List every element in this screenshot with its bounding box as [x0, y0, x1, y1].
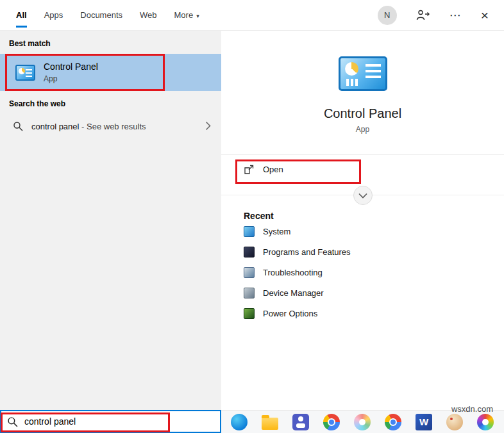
search-web-header: Search the web: [0, 91, 221, 114]
result-detail-panel: Control Panel App Open Recent System Pro…: [221, 31, 504, 410]
dropdown-caret-icon: ▾: [196, 13, 199, 19]
teams-icon[interactable]: [292, 414, 309, 430]
close-icon[interactable]: ×: [481, 8, 489, 22]
chevron-right-icon: [205, 121, 211, 133]
recent-item-troubleshooting[interactable]: Troubleshooting: [244, 262, 504, 282]
best-match-text: Control Panel App: [44, 61, 98, 83]
paint-palette-icon[interactable]: [446, 414, 463, 430]
control-panel-icon: [15, 65, 35, 81]
tab-documents[interactable]: Documents: [80, 0, 122, 31]
app-card: Control Panel App: [221, 31, 504, 134]
feedback-person-icon[interactable]: [416, 10, 430, 20]
word-icon[interactable]: W: [416, 414, 432, 430]
chrome-icon[interactable]: [323, 414, 340, 430]
red-annotation-open: [235, 159, 361, 184]
more-options-icon[interactable]: ⋯: [449, 8, 462, 22]
open-icon: [244, 165, 254, 175]
recent-section: Recent System Programs and Features Trou…: [221, 195, 504, 323]
device-manager-icon: [244, 288, 255, 298]
best-match-header: Best match: [0, 31, 221, 54]
header-actions: N ⋯ ×: [378, 6, 489, 25]
troubleshooting-icon: [244, 267, 255, 278]
edge-icon[interactable]: [231, 414, 248, 430]
app-title: Control Panel: [221, 106, 504, 121]
search-icon: [13, 121, 23, 131]
search-results-panel: Best match Control Panel App Search the …: [0, 31, 221, 433]
color-wheel-icon[interactable]: [477, 414, 494, 430]
app-subtitle: App: [221, 125, 504, 134]
expand-collapse-button[interactable]: [353, 186, 373, 205]
system-icon: [244, 226, 255, 237]
recent-item-system[interactable]: System: [244, 221, 504, 241]
search-header-bar: All Apps Documents Web More▾ N ⋯ ×: [0, 0, 504, 31]
divider: [221, 195, 504, 195]
taskbar-search-box: [0, 410, 221, 433]
programs-and-features-icon: [244, 247, 255, 257]
chevron-down-icon: [358, 193, 367, 199]
recent-header: Recent: [244, 211, 504, 221]
filter-tabs: All Apps Documents Web More▾: [16, 0, 199, 31]
tab-apps[interactable]: Apps: [44, 0, 63, 31]
chrome-icon-2[interactable]: [385, 414, 401, 430]
search-input[interactable]: [24, 416, 220, 427]
best-match-title: Control Panel: [44, 61, 98, 72]
watermark: wsxdn.com: [451, 404, 493, 414]
web-suggestion-text: control panel - See web results: [31, 122, 146, 131]
open-button-label: Open: [263, 165, 283, 174]
recent-item-programs-and-features[interactable]: Programs and Features: [244, 241, 504, 262]
recent-item-device-manager[interactable]: Device Manager: [244, 282, 504, 303]
power-options-icon: [244, 308, 255, 319]
best-match-result-control-panel[interactable]: Control Panel App: [0, 54, 221, 91]
search-icon: [7, 416, 18, 427]
tab-more[interactable]: More▾: [174, 0, 199, 31]
pinwheel-app-icon[interactable]: [354, 414, 371, 430]
best-match-subtitle: App: [44, 74, 98, 83]
web-search-suggestion[interactable]: control panel - See web results: [0, 114, 221, 138]
user-avatar[interactable]: N: [378, 6, 397, 25]
tab-all[interactable]: All: [16, 0, 27, 31]
control-panel-icon-large: [339, 56, 387, 91]
tab-web[interactable]: Web: [140, 0, 157, 31]
open-button[interactable]: Open: [221, 155, 504, 184]
recent-item-power-options[interactable]: Power Options: [244, 303, 504, 323]
file-explorer-icon[interactable]: [262, 418, 278, 430]
